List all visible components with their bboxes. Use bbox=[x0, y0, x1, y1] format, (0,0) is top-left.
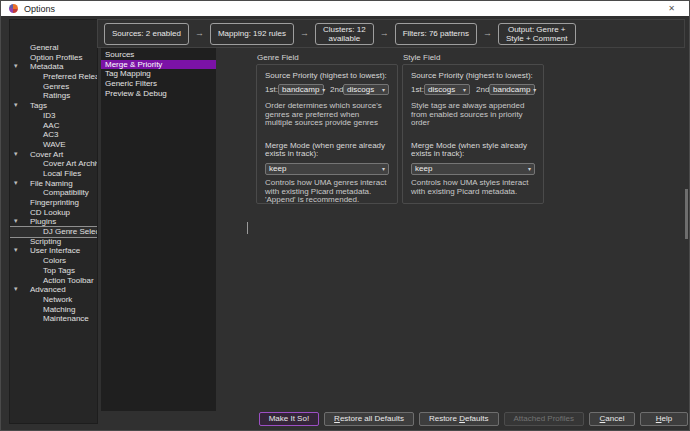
sidebar-item[interactable]: ▾ Plugins bbox=[10, 217, 97, 227]
first-label: 1st: bbox=[411, 85, 424, 94]
expander-icon: ▾ bbox=[14, 100, 18, 110]
sidebar-item[interactable]: Option Profiles bbox=[10, 53, 97, 63]
titlebar[interactable]: Options ✕ bbox=[1, 1, 690, 16]
sidebar-item-label: Fingerprinting bbox=[30, 198, 79, 207]
sidebar-item[interactable]: ▾ Cover Art bbox=[10, 150, 97, 160]
footer-button[interactable]: Cancel bbox=[589, 412, 635, 426]
pipeline-stage[interactable]: Sources: 2 enabled bbox=[104, 23, 189, 45]
sidebar-item-label: Matching bbox=[43, 305, 75, 314]
flow-arrow-icon: → bbox=[374, 23, 395, 45]
sidebar-item[interactable]: ▾ Advanced bbox=[10, 285, 97, 295]
sidebar-item[interactable]: ID3 bbox=[10, 111, 97, 121]
sidebar-item[interactable]: WAVE bbox=[10, 140, 97, 150]
genre-second-source-dropdown[interactable]: discogs ▾ bbox=[343, 84, 389, 95]
plugin-page-item[interactable]: Tag Mapping bbox=[101, 69, 216, 79]
pipeline-stage-label: → bbox=[483, 29, 492, 38]
style-merge-mode-dropdown[interactable]: keep ▾ bbox=[411, 163, 535, 175]
sidebar-item-label: General bbox=[30, 43, 58, 52]
pipeline-stage[interactable]: Clusters: 12 available bbox=[315, 23, 374, 45]
sidebar-item[interactable]: Preferred Releases bbox=[10, 72, 97, 82]
sidebar-item[interactable]: Cover Art Archive bbox=[10, 159, 97, 169]
first-label: 1st: bbox=[265, 85, 278, 94]
sidebar-item-label: Ratings bbox=[43, 91, 70, 100]
dialog-button-box: Make It So! Restore all Defaults Restore… bbox=[1, 412, 688, 426]
footer-button[interactable]: Restore Defaults bbox=[419, 412, 499, 426]
sidebar-item[interactable]: Fingerprinting bbox=[10, 198, 97, 208]
app-icon bbox=[9, 4, 18, 13]
pipeline-stage[interactable]: Filters: 76 patterns bbox=[395, 23, 477, 45]
sidebar-item[interactable]: AC3 bbox=[10, 130, 97, 140]
pipeline-stage-label: → bbox=[300, 29, 309, 38]
sidebar-item-label: Network bbox=[43, 295, 72, 304]
sidebar-item-label: Maintenance bbox=[43, 314, 89, 323]
plugin-page-item[interactable]: Preview & Debug bbox=[101, 89, 216, 99]
sidebar-item-label: Plugins bbox=[30, 217, 56, 226]
flow-arrow-icon: → bbox=[294, 23, 315, 45]
sidebar-item[interactable]: Local Files bbox=[10, 169, 97, 179]
second-label: 2nd: bbox=[330, 85, 343, 94]
footer-button[interactable]: Help bbox=[640, 412, 688, 426]
sidebar-item-label: Action Toolbar bbox=[43, 276, 94, 285]
sidebar-item[interactable]: Maintenance bbox=[10, 314, 97, 324]
sidebar-item[interactable]: Network bbox=[10, 295, 97, 305]
sidebar-item[interactable]: Genres bbox=[10, 82, 97, 92]
sidebar-item-label: Top Tags bbox=[43, 266, 75, 275]
chevron-down-icon: ▾ bbox=[382, 86, 385, 93]
sidebar-item[interactable]: Matching bbox=[10, 305, 97, 315]
style-second-source-dropdown[interactable]: bandcamp ▾ bbox=[489, 84, 535, 95]
sidebar-item-label: ID3 bbox=[43, 111, 55, 120]
pipeline-stage-label: Mapping: 192 rules bbox=[218, 29, 286, 38]
sidebar-item[interactable]: Scripting bbox=[10, 237, 97, 247]
sidebar-item[interactable]: DJ Genre Selector bbox=[10, 227, 97, 237]
style-first-source-dropdown[interactable]: discogs ▾ bbox=[424, 84, 470, 95]
sidebar-item[interactable]: ▾ Tags bbox=[10, 101, 97, 111]
merge-mode-label: Merge Mode (when genre already exists in… bbox=[265, 142, 389, 159]
pipeline-stage-label: Sources: 2 enabled bbox=[112, 29, 181, 38]
pipeline-stage-label: Output: Genre + Style + Comment bbox=[506, 25, 568, 43]
plugin-page-item-label: Preview & Debug bbox=[105, 89, 167, 98]
sidebar-item-label: AAC bbox=[43, 121, 59, 130]
tree-scrollbar-thumb[interactable] bbox=[685, 189, 688, 239]
dropdown-value: keep bbox=[415, 164, 432, 173]
sidebar-item[interactable]: ▾ File Naming bbox=[10, 179, 97, 189]
sidebar-item-label: Compatibility bbox=[43, 188, 89, 197]
expander-icon: ▾ bbox=[14, 284, 18, 294]
sidebar-item-label: Cover Art bbox=[30, 150, 63, 159]
footer-button[interactable]: Make It So! bbox=[259, 412, 319, 426]
chevron-down-icon: ▾ bbox=[533, 86, 536, 93]
sidebar-item[interactable]: Ratings bbox=[10, 91, 97, 101]
pipeline-stage-label: → bbox=[195, 29, 204, 38]
plugin-page-item[interactable]: Merge & Priority bbox=[101, 60, 216, 70]
flow-arrow-icon: → bbox=[189, 23, 210, 45]
merge-mode-label: Merge Mode (when style already exists in… bbox=[411, 142, 535, 159]
button-label: elp bbox=[662, 414, 673, 423]
plugin-pipeline-summary: Sources: 2 enabled → Mapping: 192 rules … bbox=[97, 19, 685, 48]
plugin-page-item[interactable]: Generic Filters bbox=[101, 79, 216, 89]
expander-icon: ▾ bbox=[14, 216, 18, 226]
sidebar-item[interactable]: General bbox=[10, 43, 97, 53]
chevron-down-icon: ▾ bbox=[382, 165, 385, 172]
sidebar-item-label: User Interface bbox=[30, 246, 80, 255]
sidebar-item[interactable]: Action Toolbar bbox=[10, 276, 97, 286]
sidebar-item[interactable]: ▾ Metadata bbox=[10, 62, 97, 72]
footer-button[interactable]: Restore all Defaults bbox=[324, 412, 414, 426]
sidebar-item[interactable]: CD Lookup bbox=[10, 208, 97, 218]
ibeam-cursor bbox=[247, 222, 248, 234]
sidebar-item-label: Advanced bbox=[30, 285, 66, 294]
sidebar-item[interactable]: AAC bbox=[10, 121, 97, 131]
sidebar-item[interactable]: Colors bbox=[10, 256, 97, 266]
genre-merge-mode-dropdown[interactable]: keep ▾ bbox=[265, 163, 389, 175]
sidebar-item[interactable]: Compatibility bbox=[10, 188, 97, 198]
pipeline-stage[interactable]: Mapping: 192 rules bbox=[210, 23, 294, 45]
priority-help-text: Style tags are always appended from enab… bbox=[411, 102, 535, 128]
sidebar-item[interactable]: Top Tags bbox=[10, 266, 97, 276]
plugin-page-item[interactable]: Sources bbox=[101, 50, 216, 60]
pipeline-stage[interactable]: Output: Genre + Style + Comment bbox=[498, 23, 576, 45]
sidebar-item-label: Cover Art Archive bbox=[43, 159, 98, 168]
style-field-title: Style Field bbox=[403, 53, 440, 62]
priority-row: 1st: discogs ▾ 2nd: bandcamp ▾ bbox=[411, 84, 535, 95]
expander-icon: ▾ bbox=[14, 149, 18, 159]
sidebar-item[interactable]: ▾ User Interface bbox=[10, 246, 97, 256]
genre-first-source-dropdown[interactable]: bandcamp ▾ bbox=[278, 84, 324, 95]
close-icon[interactable]: ✕ bbox=[660, 4, 683, 13]
